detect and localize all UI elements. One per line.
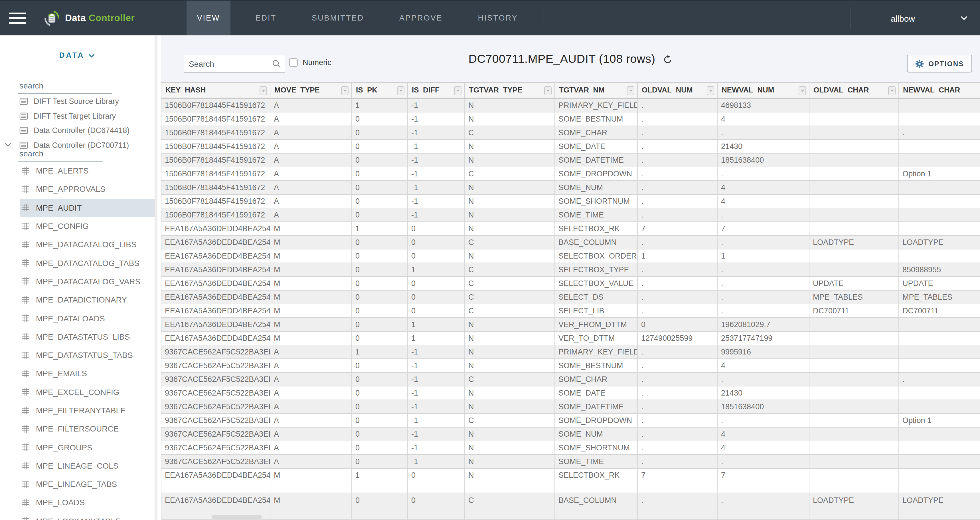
table-row[interactable]: EEA167A5A36DEDD4BEA2543M00CSELECT_LIB..D… — [161, 304, 980, 317]
sidebar-item-mpe_lineage_tabs[interactable]: MPE_LINEAGE_TABS — [20, 475, 155, 493]
table-row[interactable]: 9367CACE562AF5C522BA3EEA1-1NPRIMARY_KEY_… — [161, 345, 980, 359]
filter-button[interactable] — [707, 86, 714, 95]
table-row[interactable]: 1506B0F7818445F41591672A0-1CSOME_CHAR... — [161, 126, 980, 140]
sidebar-item-mpe_datacatalog_vars[interactable]: MPE_DATACATALOG_VARS — [20, 272, 155, 291]
table-label: MPE_DATASTATUS_TABS — [36, 351, 133, 360]
sidebar-library-item[interactable]: Data Controller (DC674418) — [19, 123, 154, 138]
column-header-key_hash[interactable]: KEY_HASH — [161, 83, 270, 97]
table-row[interactable]: EEA167A5A36DEDD4BEA2543M00CSELECTBOX_VAL… — [161, 276, 980, 290]
table-row[interactable]: 1506B0F7818445F41591672A0-1NSOME_SHORTNU… — [161, 195, 980, 208]
tab-submitted[interactable]: SUBMITTED — [301, 0, 374, 36]
column-header-tgtvar_nm[interactable]: TGTVAR_NM — [555, 83, 638, 97]
sidebar-section-selector[interactable]: DATA — [59, 51, 95, 59]
sidebar-item-mpe_alerts[interactable]: MPE_ALERTS — [20, 161, 155, 180]
sidebar-item-mpe_datacatalog_libs[interactable]: MPE_DATACATALOG_LIBS — [20, 235, 155, 254]
tab-approve[interactable]: APPROVE — [389, 0, 453, 36]
user-menu[interactable]: allbow — [850, 0, 980, 36]
table-row[interactable]: EEA167A5A36DEDD4BEA2543M01NVER_TO_DTTM12… — [161, 331, 980, 345]
filter-button[interactable] — [341, 86, 348, 95]
sidebar-item-mpe_dataloads[interactable]: MPE_DATALOADS — [20, 309, 155, 328]
table-row[interactable]: 9367CACE562AF5C522BA3EEA0-1NSOME_DATE.21… — [161, 386, 980, 400]
table-row[interactable]: EEA167A5A36DEDD4BEA2543M10NSELECTBOX_RK7… — [161, 222, 980, 236]
table-row[interactable]: EEA167A5A36DEDD4BEA2543M00CBASE_COLUMN..… — [161, 493, 980, 520]
table-search-input[interactable] — [18, 148, 103, 161]
table-row[interactable]: EEA167A5A36DEDD4BEA2543M01CSELECTBOX_TYP… — [161, 263, 980, 276]
sidebar-item-mpe_datastatus_libs[interactable]: MPE_DATASTATUS_LIBS — [20, 327, 155, 346]
tab-view[interactable]: VIEW — [186, 0, 230, 36]
table-row[interactable]: 9367CACE562AF5C522BA3EEA0-1NSOME_BESTNUM… — [161, 359, 980, 372]
sidebar-item-mpe_filtersource[interactable]: MPE_FILTERSOURCE — [20, 420, 155, 438]
filter-button[interactable] — [799, 86, 806, 95]
sidebar-library-item[interactable]: DIFT Test Source Library — [19, 94, 154, 109]
table-row[interactable]: EEA167A5A36DEDD4BEA2543M01NVER_FROM_DTTM… — [161, 317, 980, 331]
table-row[interactable]: 9367CACE562AF5C522BA3EEA0-1NSOME_NUM.4 — [161, 427, 980, 441]
table-row[interactable]: EEA167A5A36DEDD4BEA2543M00CBASE_COLUMN..… — [161, 236, 980, 249]
table-row[interactable]: 1506B0F7818445F41591672A0-1NSOME_DATETIM… — [161, 153, 980, 167]
column-header-oldval_char[interactable]: OLDVAL_CHAR — [810, 83, 899, 97]
table-row[interactable]: 1506B0F7818445F41591672A0-1NSOME_BESTNUM… — [161, 112, 980, 126]
column-header-tgtvar_type[interactable]: TGTVAR_TYPE — [465, 83, 555, 97]
cell — [810, 413, 899, 427]
cell — [810, 263, 899, 276]
table-row[interactable]: 9367CACE562AF5C522BA3EEA0-1CSOME_DROPDOW… — [161, 413, 980, 427]
library-search-input[interactable] — [18, 80, 112, 93]
sidebar-item-mpe_approvals[interactable]: MPE_APPROVALS — [20, 180, 155, 199]
column-header-is_pk[interactable]: IS_PK — [352, 83, 408, 97]
cell: 1506B0F7818445F41591672 — [161, 153, 270, 166]
sidebar-item-mpe_datastatus_tabs[interactable]: MPE_DATASTATUS_TABS — [20, 346, 155, 364]
filter-button[interactable] — [544, 86, 552, 95]
tab-history[interactable]: HISTORY — [468, 0, 528, 36]
library-expanded-chevron-icon[interactable] — [5, 142, 11, 147]
table-list: MPE_ALERTS MPE_APPROVALS MPE_AUDIT MPE_C… — [0, 161, 155, 520]
options-button[interactable]: OPTIONS — [907, 55, 972, 72]
filter-button[interactable] — [397, 86, 404, 95]
cell: SOME_TIME — [555, 455, 638, 468]
table-row[interactable]: EEA167A5A36DEDD4BEA2543M00CSELECT_DS..MP… — [161, 290, 980, 304]
table-row[interactable]: EEA167A5A36DEDD4BEA2543M10NSELECTBOX_RK7… — [161, 468, 980, 493]
sidebar-item-mpe_filteranytable[interactable]: MPE_FILTERANYTABLE — [20, 401, 155, 420]
user-chevron-down-icon[interactable] — [961, 16, 967, 21]
table-row[interactable]: 9367CACE562AF5C522BA3EEA0-1NSOME_SHORTNU… — [161, 441, 980, 455]
filter-button[interactable] — [627, 86, 634, 95]
table-row[interactable]: 1506B0F7818445F41591672A0-1NSOME_NUM.4 — [161, 181, 980, 195]
hamburger-menu-icon[interactable] — [9, 12, 26, 24]
table-row[interactable]: 9367CACE562AF5C522BA3EEA0-1CSOME_CHAR... — [161, 372, 980, 386]
refresh-icon[interactable] — [663, 55, 672, 64]
sidebar-item-mpe_config[interactable]: MPE_CONFIG — [20, 217, 155, 236]
cell: 1 — [352, 222, 408, 235]
column-header-newval_char[interactable]: NEWVAL_CHAR — [899, 83, 980, 97]
grid-search-input[interactable] — [184, 55, 264, 72]
table-row[interactable]: 1506B0F7818445F41591672A1-1NPRIMARY_KEY_… — [161, 99, 980, 112]
sidebar-item-mpe_excel_config[interactable]: MPE_EXCEL_CONFIG — [20, 383, 155, 401]
horizontal-scrollbar-thumb[interactable] — [212, 515, 262, 519]
sidebar-item-mpe_audit[interactable]: MPE_AUDIT — [20, 198, 155, 217]
column-header-is_diff[interactable]: IS_DIFF — [408, 83, 465, 97]
table-row[interactable]: EEA167A5A36DEDD4BEA2543M00NSELECTBOX_ORD… — [161, 249, 980, 263]
tab-edit[interactable]: EDIT — [245, 0, 286, 36]
cell: . — [638, 140, 718, 153]
column-header-newval_num[interactable]: NEWVAL_NUM — [718, 83, 810, 97]
column-header-oldval_num[interactable]: OLDVAL_NUM — [638, 83, 718, 97]
cell: C — [465, 263, 555, 276]
numeric-checkbox[interactable] — [289, 59, 298, 67]
cell — [810, 468, 899, 493]
sidebar-item-mpe_lockanytable[interactable]: MPE_LOCKANYTABLE — [20, 512, 155, 520]
sidebar-item-mpe_lineage_cols[interactable]: MPE_LINEAGE_COLS — [20, 457, 155, 475]
filter-button[interactable] — [454, 86, 461, 95]
table-row[interactable]: 1506B0F7818445F41591672A0-1CSOME_DROPDOW… — [161, 167, 980, 181]
filter-button[interactable] — [888, 86, 896, 95]
cell: -1 — [408, 167, 465, 180]
sidebar-item-mpe_loads[interactable]: MPE_LOADS — [20, 493, 155, 512]
sidebar-item-mpe_groups[interactable]: MPE_GROUPS — [20, 438, 155, 457]
filter-button[interactable] — [259, 86, 267, 95]
table-row[interactable]: 1506B0F7818445F41591672A0-1NSOME_DATE.21… — [161, 140, 980, 153]
sidebar-item-mpe_datacatalog_tabs[interactable]: MPE_DATACATALOG_TABS — [20, 254, 155, 272]
sidebar-item-mpe_datadictionary[interactable]: MPE_DATADICTIONARY — [20, 290, 155, 309]
column-header-move_type[interactable]: MOVE_TYPE — [270, 83, 352, 97]
table-row[interactable]: 9367CACE562AF5C522BA3EEA0-1NSOME_DATETIM… — [161, 400, 980, 413]
table-row[interactable]: 1506B0F7818445F41591672A0-1NSOME_TIME.. — [161, 208, 980, 222]
sidebar-item-mpe_emails[interactable]: MPE_EMAILS — [20, 364, 155, 383]
cell: A — [270, 345, 352, 358]
sidebar-library-item[interactable]: DIFT Test Target Library — [19, 109, 154, 123]
table-row[interactable]: 9367CACE562AF5C522BA3EEA0-1NSOME_TIME.. — [161, 455, 980, 468]
